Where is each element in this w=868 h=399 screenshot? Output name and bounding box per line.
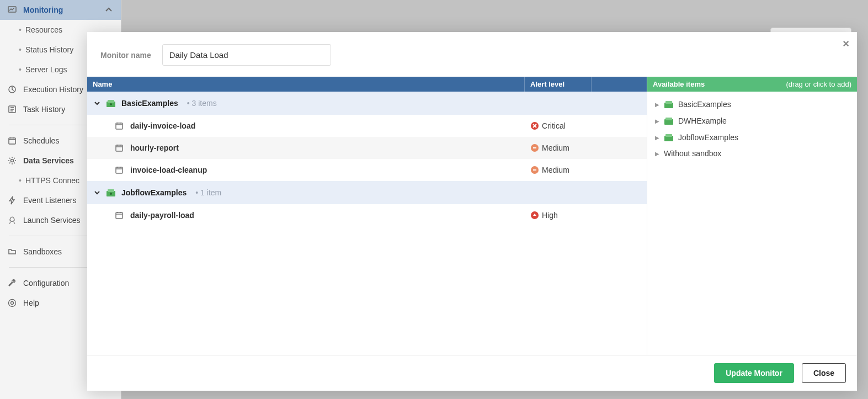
svg-point-17: [110, 193, 112, 195]
group-count: • 1 item: [195, 188, 221, 197]
svg-point-4: [11, 159, 14, 162]
group-name: BasicExamples: [121, 99, 178, 108]
item-name: invoice-load-cleanup: [130, 166, 207, 174]
svg-rect-10: [116, 123, 123, 129]
svg-rect-11: [116, 145, 123, 151]
svg-point-6: [11, 302, 14, 305]
history-icon: [8, 85, 17, 94]
monitor-name-input[interactable]: [162, 44, 331, 66]
sidebar-label: Monitoring: [23, 6, 63, 14]
available-hint: (drag or click to add): [786, 80, 852, 88]
task-history-icon: [8, 105, 17, 114]
available-item[interactable]: ▶ DWHExample: [647, 113, 857, 129]
triangle-right-icon: ▶: [655, 118, 659, 124]
close-button[interactable]: Close: [802, 363, 846, 383]
column-alert: Alert level: [525, 77, 592, 92]
item-name: daily-payroll-load: [130, 211, 194, 220]
available-label: Without sandbox: [664, 149, 721, 158]
edit-monitor-modal: × Monitor name Name Alert level BasicExa…: [87, 32, 857, 391]
sandbox-icon: [664, 99, 674, 109]
group-row-basicexamples[interactable]: BasicExamples • 3 items: [87, 92, 647, 115]
schedule-icon: [115, 121, 124, 130]
triangle-right-icon: ▶: [655, 151, 659, 157]
selected-items-pane: Name Alert level BasicExamples • 3 items…: [87, 77, 647, 355]
update-monitor-button[interactable]: Update Monitor: [714, 363, 794, 383]
svg-rect-22: [665, 118, 672, 120]
sandbox-icon: [664, 132, 674, 142]
alert-medium-icon: [531, 166, 539, 174]
triangle-right-icon: ▶: [655, 135, 659, 141]
item-row[interactable]: daily-invoice-load Critical: [87, 115, 647, 137]
svg-rect-12: [533, 147, 536, 148]
item-name: hourly-report: [130, 143, 179, 152]
available-label: BasicExamples: [678, 100, 731, 109]
svg-point-9: [110, 103, 112, 105]
alert-level: Medium: [542, 143, 569, 152]
column-name: Name: [87, 77, 525, 92]
schedule-icon: [115, 166, 124, 174]
svg-rect-8: [108, 100, 114, 103]
calendar-icon: [8, 136, 17, 145]
group-row-jobflowexamples[interactable]: JobflowExamples • 1 item: [87, 181, 647, 204]
column-extra: [592, 77, 647, 92]
group-name: JobflowExamples: [121, 188, 187, 197]
triangle-right-icon: ▶: [655, 102, 659, 108]
schedule-icon: [115, 143, 124, 152]
sandbox-icon: [106, 98, 116, 108]
gear-icon: [8, 156, 17, 165]
close-icon[interactable]: ×: [843, 38, 849, 50]
alert-high-icon: [531, 211, 539, 219]
bolt-icon: [8, 196, 17, 205]
item-row[interactable]: invoice-load-cleanup Medium: [87, 159, 647, 181]
chevron-up-icon: [104, 6, 113, 14]
rocket-icon: [8, 216, 17, 225]
wrench-icon: [8, 279, 17, 288]
modal-header: Monitor name: [87, 32, 857, 77]
table-header: Name Alert level: [87, 77, 647, 92]
svg-rect-3: [9, 138, 15, 144]
item-row[interactable]: daily-payroll-load High: [87, 204, 647, 226]
monitor-icon: [8, 6, 17, 14]
available-item[interactable]: ▶ BasicExamples: [647, 96, 857, 113]
svg-point-5: [9, 300, 16, 307]
sandbox-icon: [106, 188, 116, 198]
item-name: daily-invoice-load: [130, 121, 195, 130]
monitor-name-label: Monitor name: [100, 51, 151, 60]
svg-rect-16: [108, 189, 114, 192]
available-label: JobflowExamples: [678, 133, 738, 142]
alert-critical-icon: [531, 122, 539, 130]
available-item[interactable]: ▶ JobflowExamples: [647, 129, 857, 146]
available-header: Available items (drag or click to add): [647, 77, 857, 92]
sandbox-icon: [664, 116, 674, 126]
schedule-icon: [115, 211, 124, 220]
available-items-pane: Available items (drag or click to add) ▶…: [647, 77, 857, 355]
alert-level: Medium: [542, 166, 569, 174]
alert-level: Critical: [542, 121, 566, 130]
alert-medium-icon: [531, 144, 539, 152]
sidebar-item-monitoring[interactable]: Monitoring: [0, 0, 121, 20]
svg-rect-14: [533, 169, 536, 171]
chevron-down-icon: [94, 99, 100, 108]
svg-rect-20: [665, 101, 672, 104]
available-label: DWHExample: [678, 116, 727, 125]
available-item[interactable]: ▶ Without sandbox: [647, 146, 857, 161]
folder-icon: [8, 247, 17, 256]
item-row[interactable]: hourly-report Medium: [87, 137, 647, 159]
svg-rect-13: [116, 167, 123, 173]
available-title: Available items: [653, 80, 705, 88]
alert-level: High: [542, 211, 558, 220]
chevron-down-icon: [94, 188, 100, 197]
help-icon: [8, 299, 17, 307]
svg-rect-18: [116, 212, 123, 219]
group-count: • 3 items: [187, 99, 217, 108]
svg-rect-24: [665, 134, 672, 137]
modal-footer: Update Monitor Close: [87, 355, 857, 391]
